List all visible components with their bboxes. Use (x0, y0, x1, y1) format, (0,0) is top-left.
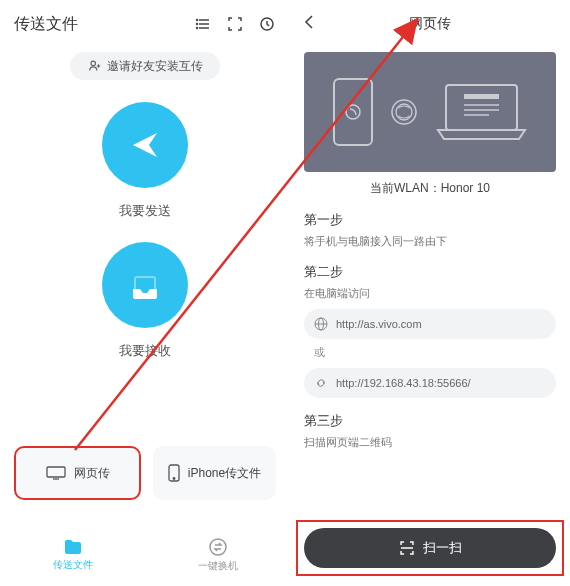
iphone-card-label: iPhone传文件 (188, 465, 261, 482)
step2-desc: 在电脑端访问 (304, 286, 556, 301)
link-icon (314, 376, 328, 390)
url-chip-2[interactable]: http://192.168.43.18:55666/ (304, 368, 556, 398)
right-header: 网页传 (304, 8, 556, 40)
svg-point-4 (197, 24, 198, 25)
bottom-cards: 网页传 iPhone传文件 (14, 446, 276, 500)
send-block: 我要发送 (14, 102, 276, 220)
nav-transfer-label: 传送文件 (53, 558, 93, 572)
scan-icon (399, 540, 415, 556)
monitor-icon (46, 466, 66, 480)
scan-frame-icon[interactable] (226, 15, 244, 33)
receive-label: 我要接收 (14, 342, 276, 360)
header-actions (194, 15, 276, 33)
nav-phone-switch[interactable]: 一键换机 (145, 524, 290, 586)
scan-button[interactable]: 扫一扫 (304, 528, 556, 568)
hero-illustration (304, 52, 556, 172)
invite-label: 邀请好友安装互传 (107, 58, 203, 75)
svg-rect-18 (464, 94, 499, 99)
phone-illustration-icon (332, 77, 374, 147)
swap-icon (208, 537, 228, 557)
transfer-file-screen: 传送文件 邀请好友安装互传 我要发送 (0, 0, 290, 586)
left-header: 传送文件 (14, 8, 276, 40)
svg-point-7 (91, 61, 95, 65)
bottom-nav: 传送文件 一键换机 (0, 524, 290, 586)
web-transfer-card[interactable]: 网页传 (14, 446, 141, 500)
receive-button[interactable] (102, 242, 188, 328)
folder-icon (63, 538, 83, 556)
wlan-prefix: 当前WLAN： (370, 181, 441, 195)
url-chip-1[interactable]: http://as.vivo.com (304, 309, 556, 339)
invite-friends-chip[interactable]: 邀请好友安装互传 (70, 52, 220, 80)
person-add-icon (88, 59, 102, 73)
web-card-label: 网页传 (74, 465, 110, 482)
phone-icon (168, 464, 180, 482)
receive-block: 我要接收 (14, 242, 276, 360)
svg-rect-13 (334, 79, 372, 145)
laptop-illustration-icon (434, 80, 529, 145)
page-title: 传送文件 (14, 14, 78, 35)
history-icon[interactable] (258, 15, 276, 33)
step2-title: 第二步 (304, 263, 556, 281)
send-button[interactable] (102, 102, 188, 188)
svg-point-14 (346, 105, 360, 119)
globe-small-icon (314, 317, 328, 331)
step3-desc: 扫描网页端二维码 (304, 435, 556, 450)
send-arrow-icon (125, 125, 165, 165)
globe-icon (390, 98, 418, 126)
or-text: 或 (314, 345, 556, 360)
url1-text: http://as.vivo.com (336, 318, 422, 330)
step-1: 第一步 将手机与电脑接入同一路由下 (304, 211, 556, 249)
web-transfer-screen: 网页传 当前WLAN：Honor 10 第一步 将手机与电脑接入同一路由下 第二… (290, 0, 570, 586)
wlan-status: 当前WLAN：Honor 10 (304, 180, 556, 197)
svg-rect-8 (47, 467, 65, 477)
inbox-icon (123, 263, 167, 307)
step1-desc: 将手机与电脑接入同一路由下 (304, 234, 556, 249)
svg-point-3 (197, 20, 198, 21)
step1-title: 第一步 (304, 211, 556, 229)
step-2: 第二步 在电脑端访问 http://as.vivo.com 或 http://1… (304, 263, 556, 398)
svg-point-5 (197, 28, 198, 29)
list-icon[interactable] (194, 15, 212, 33)
send-label: 我要发送 (14, 202, 276, 220)
svg-point-12 (210, 539, 226, 555)
wlan-name: Honor 10 (441, 181, 490, 195)
nav-transfer-files[interactable]: 传送文件 (0, 524, 145, 586)
svg-rect-17 (446, 85, 517, 130)
chevron-left-icon (304, 14, 314, 30)
step3-title: 第三步 (304, 412, 556, 430)
back-button[interactable] (304, 14, 324, 35)
right-page-title: 网页传 (409, 15, 451, 33)
nav-switch-label: 一键换机 (198, 559, 238, 573)
url2-text: http://192.168.43.18:55666/ (336, 377, 471, 389)
step-3: 第三步 扫描网页端二维码 (304, 412, 556, 450)
svg-point-11 (173, 478, 175, 480)
scan-label: 扫一扫 (423, 539, 462, 557)
iphone-transfer-card[interactable]: iPhone传文件 (153, 446, 276, 500)
